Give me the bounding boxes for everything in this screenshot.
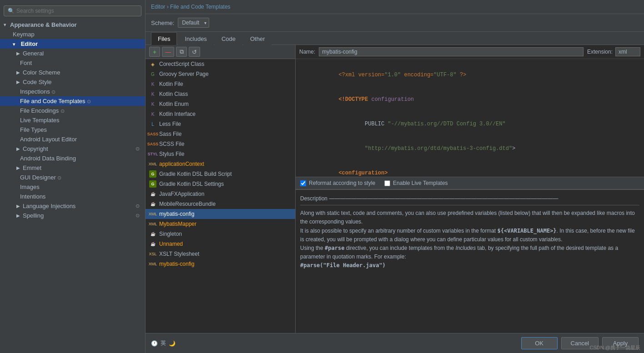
extension-label: Extension: <box>587 49 613 55</box>
reset-template-button[interactable]: ↺ <box>189 47 200 57</box>
list-item[interactable]: ☕ Unnamed <box>146 239 295 249</box>
sidebar-item-live-templates[interactable]: Live Templates <box>0 115 145 125</box>
description-text: Along with static text, code and comment… <box>300 209 639 270</box>
sidebar-item-editor[interactable]: ▾ Editor <box>0 39 145 49</box>
name-label: Name: <box>299 49 315 55</box>
list-item[interactable]: XML applicationContext <box>146 159 295 169</box>
list-item[interactable]: G Groovy Server Page <box>146 69 295 79</box>
copyright-icon: ⊙ <box>136 146 140 152</box>
scheme-select[interactable]: Default Project <box>178 18 209 28</box>
sidebar-item-android-binding[interactable]: Android Data Binding <box>0 154 145 163</box>
breadcrumb-separator: › <box>167 4 170 10</box>
expand-arrow-icon: ▶ <box>16 165 23 170</box>
sidebar-item-android-layout[interactable]: Android Layout Editor <box>0 134 145 144</box>
file-name: MobileResourceBundle <box>159 201 216 207</box>
sidebar-item-color-scheme[interactable]: ▶ Color Scheme <box>0 68 145 77</box>
file-name: Gradle Kotlin DSL Settings <box>159 181 224 187</box>
live-templates-checkbox-item[interactable]: Enable Live Templates <box>384 180 448 186</box>
sidebar-item-file-code-templates[interactable]: File and Code Templates ⊙ <box>0 96 145 106</box>
list-item[interactable]: K Kotlin Class <box>146 89 295 99</box>
cancel-button[interactable]: Cancel <box>561 337 599 349</box>
tab-files[interactable]: Files <box>151 32 177 45</box>
extension-input[interactable] <box>615 47 640 56</box>
list-item[interactable]: K Kotlin Enum <box>146 99 295 109</box>
add-template-button[interactable]: + <box>149 47 160 57</box>
sidebar-item-file-types[interactable]: File Types <box>0 125 145 134</box>
checkbox-row: Reformat according to style Enable Live … <box>296 177 644 189</box>
file-name: Kotlin Enum <box>159 101 189 107</box>
sidebar-item-general[interactable]: ▶ General <box>0 49 145 58</box>
description-panel: Description ————————————————————————————… <box>296 189 644 333</box>
list-item[interactable]: L Less File <box>146 119 295 129</box>
code-editor[interactable]: <?xml version="1.0" encoding="UTF-8" ?> … <box>296 59 644 177</box>
search-input[interactable] <box>16 8 137 14</box>
list-item[interactable]: K Kotlin Interface <box>146 109 295 119</box>
sidebar-item-keymap[interactable]: Keymap <box>0 30 145 39</box>
sidebar-item-code-style[interactable]: ▶ Code Style <box>0 77 145 87</box>
sidebar-item-copyright[interactable]: ▶ Copyright ⊙ <box>0 144 145 154</box>
sidebar-item-appearance-behavior[interactable]: ▾ Appearance & Behavior <box>0 20 145 30</box>
split-pane: + — ⧉ ↺ ◈ CorectScript Class G Groovy Se… <box>146 45 644 333</box>
remove-template-button[interactable]: — <box>162 47 174 57</box>
reformat-checkbox[interactable] <box>300 180 306 186</box>
list-item[interactable]: XML MybatisMapper <box>146 219 295 229</box>
list-item[interactable]: K Kotlin File <box>146 79 295 89</box>
expand-arrow-icon: ▾ <box>13 42 19 47</box>
file-name: XSLT Stylesheet <box>159 251 199 257</box>
file-list: ◈ CorectScript Class G Groovy Server Pag… <box>146 59 295 333</box>
list-item[interactable]: ☕ JavaFXApplication <box>146 189 295 199</box>
ok-button[interactable]: OK <box>521 337 558 349</box>
list-item[interactable]: SASS SCSS File <box>146 139 295 149</box>
file-type-icon: L <box>149 120 156 128</box>
tab-code[interactable]: Code <box>215 32 242 45</box>
list-item[interactable]: ☕ Singleton <box>146 229 295 239</box>
sidebar-item-inspections[interactable]: Inspections ⊙ <box>0 87 145 96</box>
copy-template-button[interactable]: ⧉ <box>176 47 187 57</box>
name-input[interactable] <box>319 47 584 56</box>
name-extension-row: Name: Extension: <box>296 45 644 59</box>
tab-includes[interactable]: Includes <box>178 32 213 45</box>
expand-arrow-icon: ▶ <box>16 204 23 209</box>
reformat-checkbox-item[interactable]: Reformat according to style <box>300 180 375 186</box>
sidebar-item-gui-designer[interactable]: GUI Designer ⊙ <box>0 173 145 182</box>
description-title: Description ————————————————————————————… <box>300 194 639 205</box>
live-templates-checkbox[interactable] <box>384 180 390 186</box>
file-name: Groovy Server Page <box>159 71 209 77</box>
file-type-icon: ☕ <box>149 200 156 208</box>
list-item[interactable]: G Gradle Kotlin DSL Settings <box>146 179 295 189</box>
sidebar-item-spelling[interactable]: ▶ Spelling ⊙ <box>0 211 145 220</box>
sidebar-item-intentions[interactable]: Intentions <box>0 192 145 201</box>
list-item[interactable]: STYL Stylus File <box>146 149 295 159</box>
expand-arrow-icon: ▶ <box>16 146 23 151</box>
live-templates-label: Enable Live Templates <box>393 180 448 186</box>
apply-button[interactable]: Apply <box>602 337 639 349</box>
sidebar-item-label: Appearance & Behavior <box>10 21 77 28</box>
list-item[interactable]: ☕ MobileResourceBundle <box>146 199 295 209</box>
search-bar[interactable]: 🔍 <box>4 5 141 16</box>
list-item[interactable]: G Gradle Kotlin DSL Build Script <box>146 169 295 179</box>
clock-icon: 🕐 <box>151 340 158 347</box>
file-type-icon: K <box>149 90 156 98</box>
sidebar-item-images[interactable]: Images <box>0 182 145 192</box>
moon-icon: 🌙 <box>169 340 176 347</box>
list-item[interactable]: SASS Sass File <box>146 129 295 139</box>
file-type-icon: K <box>149 110 156 118</box>
code-line: "http://mybatis.org/dtd/mybatis-3-config… <box>299 136 640 161</box>
code-line: <?xml version="1.0" encoding="UTF-8" ?> <box>299 63 640 87</box>
sidebar-item-emmet[interactable]: ▶ Emmet <box>0 163 145 173</box>
breadcrumb-path: Editor <box>151 4 165 10</box>
sidebar-item-language-injections[interactable]: ▶ Language Injections ⊙ <box>0 201 145 211</box>
file-name: mybatis-config <box>159 211 194 217</box>
sidebar-item-file-encodings[interactable]: File Encodings ⊙ <box>0 106 145 115</box>
list-item[interactable]: XSL XSLT Stylesheet <box>146 249 295 259</box>
sidebar-item-font[interactable]: Font <box>0 58 145 68</box>
file-type-icon: XML <box>149 210 156 218</box>
list-item[interactable]: XML mybatis-config <box>146 259 295 269</box>
file-type-icon: K <box>149 80 156 88</box>
expand-arrow-icon: ▾ <box>4 22 10 27</box>
list-item-mybatis-config[interactable]: XML mybatis-config <box>146 209 295 219</box>
code-line: PUBLIC "-//mybatis.org//DTD Config 3.0//… <box>299 112 640 136</box>
list-item[interactable]: ◈ CorectScript Class <box>146 59 295 69</box>
file-name: SCSS File <box>159 141 184 147</box>
tab-other[interactable]: Other <box>243 32 272 45</box>
